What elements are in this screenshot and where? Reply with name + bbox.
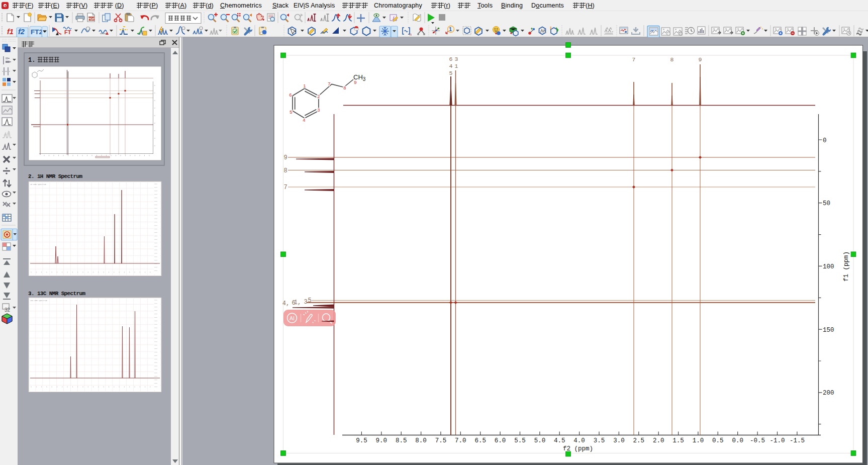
svg-text:f1: f1	[7, 28, 14, 36]
svg-text:4.0: 4.0	[573, 437, 585, 444]
svg-text:PDF: PDF	[88, 17, 95, 21]
svg-text:1: 1	[449, 26, 452, 32]
svg-text:32: 32	[5, 307, 11, 313]
svg-text:6.5: 6.5	[474, 437, 486, 444]
svg-text:1H NMR Spectrum: 1H NMR Spectrum	[30, 183, 46, 185]
svg-text:5: 5	[308, 297, 311, 304]
svg-text:-1.5: -1.5	[790, 437, 805, 444]
svg-text:5.0: 5.0	[534, 437, 546, 444]
svg-text:1: 1	[550, 26, 552, 30]
svg-text:1: 1	[455, 63, 458, 69]
svg-text:9.5: 9.5	[356, 437, 367, 444]
svg-text:8: 8	[283, 167, 287, 174]
svg-text:4: 4	[303, 117, 305, 123]
svg-text:1.5: 1.5	[672, 437, 684, 444]
svg-text:-0.5: -0.5	[750, 437, 765, 444]
svg-text:3: 3	[455, 56, 458, 62]
svg-text:100: 100	[823, 263, 834, 270]
svg-text:7.5: 7.5	[435, 437, 447, 444]
svg-text:FT2: FT2	[31, 28, 43, 36]
svg-text:4: 4	[449, 63, 453, 69]
svg-text:0.0: 0.0	[732, 437, 743, 444]
svg-text:FT: FT	[64, 29, 71, 35]
svg-text:0: 0	[823, 137, 827, 144]
svg-text:7.0: 7.0	[455, 437, 466, 444]
svg-text:2.0: 2.0	[653, 437, 664, 444]
svg-text:150: 150	[823, 327, 834, 334]
svg-text:1.: 1.	[28, 57, 35, 64]
svg-text:7: 7	[283, 184, 287, 191]
svg-text:5.5: 5.5	[514, 437, 526, 444]
svg-text:200: 200	[823, 390, 834, 397]
svg-text:-1.0: -1.0	[769, 437, 785, 444]
svg-text:7: 7	[328, 81, 330, 86]
svg-text:5: 5	[290, 109, 292, 115]
svg-text:f2: f2	[18, 28, 25, 36]
svg-text:4.5: 4.5	[554, 437, 565, 444]
svg-text:1,: 1,	[294, 299, 301, 306]
svg-text:1.0: 1.0	[693, 437, 704, 444]
svg-text:9: 9	[283, 154, 287, 161]
svg-text:f1 (ppm): f1 (ppm)	[843, 251, 850, 282]
svg-text:8: 8	[670, 56, 674, 63]
svg-text:3: 3	[304, 299, 307, 306]
svg-text:6.0: 6.0	[495, 437, 506, 444]
svg-text:0.5: 0.5	[712, 437, 724, 444]
svg-text:6: 6	[449, 56, 453, 62]
svg-text:9.0: 9.0	[376, 437, 388, 444]
svg-text:4,: 4,	[282, 300, 290, 307]
svg-text:2.5: 2.5	[633, 437, 645, 444]
svg-text:5: 5	[449, 70, 453, 76]
svg-text:7: 7	[632, 56, 636, 63]
svg-text:1: 1	[303, 83, 306, 88]
svg-text:2. 1H NMR Spectrum: 2. 1H NMR Spectrum	[28, 173, 82, 179]
svg-text:3. 13C NMR Spectrum: 3. 13C NMR Spectrum	[28, 291, 85, 297]
svg-text:AI: AI	[290, 315, 295, 321]
svg-text:3.5: 3.5	[594, 437, 605, 444]
svg-text:6: 6	[289, 92, 292, 98]
svg-text:2: 2	[317, 94, 320, 99]
svg-text:8.0: 8.0	[415, 437, 427, 444]
svg-text:3: 3	[317, 107, 320, 113]
svg-text:8.5: 8.5	[396, 437, 407, 444]
svg-text:8: 8	[343, 85, 346, 90]
svg-text:n: n	[410, 33, 412, 36]
svg-text:13C NMR Spectrum: 13C NMR Spectrum	[30, 300, 47, 302]
svg-text:3.0: 3.0	[613, 437, 625, 444]
svg-text:50: 50	[823, 200, 830, 207]
svg-text:9: 9	[354, 79, 356, 85]
svg-text:9: 9	[699, 56, 702, 63]
